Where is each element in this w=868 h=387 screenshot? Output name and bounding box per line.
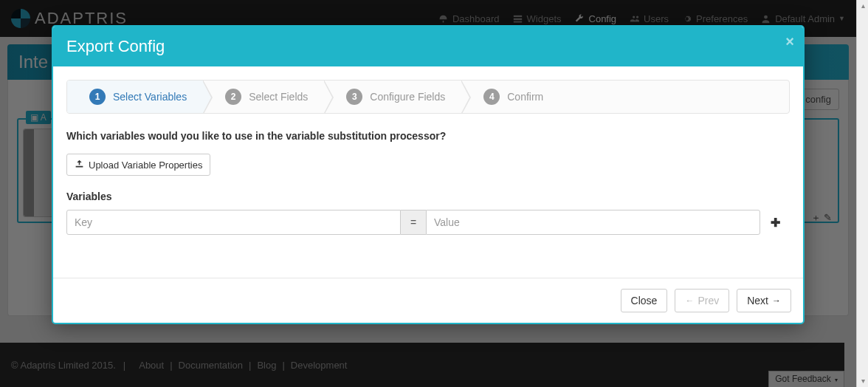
step-number: 1	[89, 89, 106, 105]
modal-header: Export Config ×	[53, 27, 803, 66]
step-label: Configure Fields	[370, 91, 445, 103]
export-config-modal: Export Config × 1 Select Variables 2 Sel…	[52, 25, 805, 324]
wizard-steps: 1 Select Variables 2 Select Fields 3 Con…	[66, 80, 790, 114]
step-select-variables[interactable]: 1 Select Variables	[67, 81, 203, 113]
step-label: Select Variables	[113, 91, 187, 103]
scroll-up-icon[interactable]: ▴	[857, 0, 868, 12]
step-confirm[interactable]: 4 Confirm	[461, 81, 559, 113]
arrow-right-icon: →	[772, 295, 781, 306]
scroll-down-icon[interactable]: ▾	[857, 375, 868, 387]
step-number: 2	[225, 89, 241, 105]
upload-icon	[75, 159, 84, 171]
arrow-left-icon: ←	[685, 295, 694, 306]
close-button[interactable]: Close	[621, 289, 668, 312]
add-variable-button[interactable]: ✚	[760, 216, 790, 230]
step-label: Select Fields	[249, 91, 308, 103]
vertical-scrollbar[interactable]: ▴ ▾	[856, 0, 868, 387]
step-number: 3	[346, 89, 362, 105]
variable-key-input[interactable]	[66, 210, 401, 235]
modal-title: Export Config	[66, 37, 165, 55]
variable-row: =	[66, 210, 760, 235]
step-number: 4	[483, 89, 500, 105]
modal-footer: Close ← Prev Next →	[53, 278, 803, 323]
plus-icon: ✚	[771, 216, 780, 230]
upload-variable-properties-button[interactable]: Upload Variable Properties	[66, 154, 210, 176]
step-configure-fields[interactable]: 3 Configure Fields	[324, 81, 461, 113]
next-button[interactable]: Next →	[737, 289, 791, 312]
prev-button-label: Prev	[698, 295, 719, 306]
wizard-question: Which variables would you like to use in…	[66, 130, 790, 142]
close-icon[interactable]: ×	[785, 34, 794, 49]
variables-heading: Variables	[66, 191, 790, 202]
close-button-label: Close	[631, 295, 658, 306]
step-select-fields[interactable]: 2 Select Fields	[203, 81, 324, 113]
next-button-label: Next	[747, 295, 768, 306]
prev-button[interactable]: ← Prev	[675, 289, 729, 312]
equals-label: =	[401, 210, 426, 235]
step-label: Confirm	[507, 91, 543, 103]
variable-value-input[interactable]	[426, 210, 760, 235]
upload-button-label: Upload Variable Properties	[89, 160, 202, 171]
